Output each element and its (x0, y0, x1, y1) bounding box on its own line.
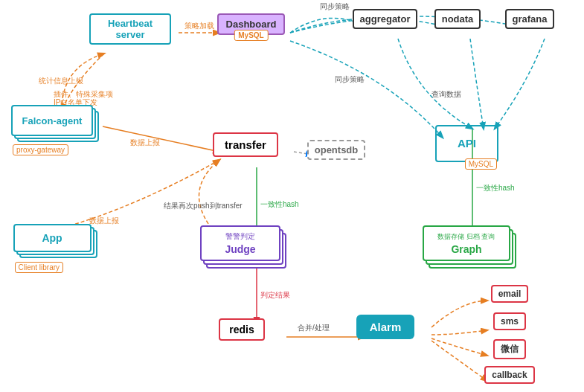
client-library-badge: Client library (15, 262, 64, 273)
api-label: API (458, 137, 476, 150)
api-node: API MySQL (431, 123, 502, 164)
svg-line-6 (103, 126, 219, 152)
judge-node: 警警判定 Judge (196, 223, 292, 274)
svg-text:判定结果: 判定结果 (260, 291, 290, 299)
graph-node: 数据存储 归档 查询 Graph (418, 223, 522, 274)
weixin-node: 微信 (480, 339, 539, 359)
svg-text:一致性hash: 一致性hash (260, 200, 299, 208)
svg-text:一致性hash: 一致性hash (476, 184, 515, 192)
sms-box: sms (493, 312, 526, 330)
diagram: 策略加载 统计信息上报 插件、特殊采集项 IP白名单下发 策略下发 数据上报 数… (0, 0, 584, 392)
nodata-box: nodata (434, 9, 481, 29)
aggregator-box: aggregator (353, 9, 418, 29)
svg-text:同步策略: 同步策略 (320, 2, 350, 10)
app-label: App (42, 232, 62, 244)
svg-text:合并/处理: 合并/处理 (298, 324, 330, 332)
aggregator-node: aggregator (350, 9, 420, 29)
redis-box: redis (219, 318, 264, 341)
graph-top-label: 数据存储 归档 查询 (437, 232, 495, 242)
transfer-node: transfer (205, 132, 286, 157)
dashboard-box: Dashboard MySQL (217, 13, 286, 35)
svg-text:统计信息上报: 统计信息上报 (39, 77, 83, 85)
falcon-agent-node: Falcon-agent proxy-gateway (7, 103, 104, 147)
svg-text:插件、特殊采集项: 插件、特殊采集项 (54, 90, 113, 98)
callback-node: callback (480, 366, 539, 384)
grafana-node: grafana (500, 9, 559, 29)
opentsdb-node: opentsdb (304, 140, 369, 160)
svg-text:结果再次push到transfer: 结果再次push到transfer (164, 202, 243, 210)
email-node: email (480, 285, 539, 303)
grafana-box: grafana (505, 9, 555, 29)
judge-label: Judge (225, 243, 255, 255)
heartbeat-node: Heartbeat server (89, 13, 171, 45)
svg-text:同步策略: 同步策略 (335, 75, 365, 83)
svg-text:策略加载: 策略加载 (184, 22, 214, 30)
api-mysql-badge: MySQL (465, 158, 497, 170)
dashboard-node: Dashboard MySQL (212, 13, 290, 35)
redis-node: redis (205, 318, 279, 341)
svg-text:查询数据: 查询数据 (431, 90, 461, 98)
dashboard-mysql-badge: MySQL (234, 30, 268, 41)
falcon-agent-label: Falcon-agent (22, 115, 83, 126)
weixin-box: 微信 (493, 339, 526, 359)
transfer-box: transfer (213, 132, 278, 157)
app-node: App Client library (7, 222, 104, 265)
graph-label: Graph (451, 243, 481, 255)
svg-text:数据上报: 数据上报 (130, 138, 160, 147)
heartbeat-box: Heartbeat server (89, 13, 171, 45)
callback-box: callback (484, 366, 534, 384)
api-box: API MySQL (435, 125, 498, 162)
judge-top-label: 警警判定 (225, 231, 255, 242)
alarm-box: Alarm (356, 315, 415, 339)
opentsdb-box: opentsdb (307, 140, 366, 160)
sms-node: sms (480, 312, 539, 330)
email-box: email (491, 285, 529, 303)
nodata-node: nodata (428, 9, 487, 29)
proxy-gateway-badge: proxy-gateway (13, 144, 68, 155)
alarm-node: Alarm (348, 315, 423, 339)
